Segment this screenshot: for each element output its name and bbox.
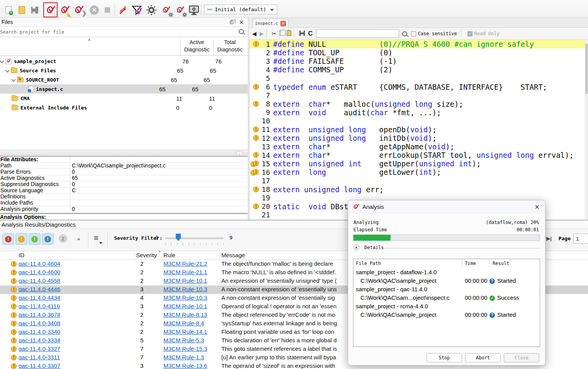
column-message[interactable]: Message	[221, 252, 337, 260]
results-menu-icon[interactable]: ≡	[94, 234, 99, 243]
attribute-value[interactable]: C	[70, 188, 248, 193]
code-line-15[interactable]: !!15extern unsigned int getUpper(unsigne…	[250, 159, 588, 168]
diagnostic-warning-icon[interactable]: !	[250, 151, 260, 159]
severity-error-toggle[interactable]: !	[2, 233, 14, 245]
attribute-value[interactable]	[70, 200, 248, 206]
diagnostic-id-link[interactable]: qac-11.4.0-3408	[19, 320, 134, 326]
incremental-analyze-icon[interactable]: ❯	[73, 3, 85, 17]
diagnostic-id-link[interactable]: qac-11.4.0-4446	[19, 286, 134, 292]
severity-slider-handle[interactable]	[176, 234, 181, 241]
diagnostic-id-link[interactable]: qac-11.4.0-4116	[19, 303, 134, 309]
rule-link[interactable]: M3CM Rule-21.2	[163, 260, 218, 267]
stop-button[interactable]: Stop	[427, 353, 462, 362]
float-panel-icon[interactable]	[228, 19, 235, 26]
column-id[interactable]: ID	[19, 252, 134, 260]
column-severity[interactable]: Severity	[136, 252, 157, 260]
code-line-8[interactable]: !8extern char* malloc(unsigned long size…	[250, 100, 588, 108]
diagnostic-id-link[interactable]: qac-11.4.0-4604	[19, 260, 134, 267]
severity-info-toggle[interactable]: !	[29, 233, 41, 245]
rule-link[interactable]: M3CM Rule-21.1	[163, 269, 218, 275]
severity-slider-track[interactable]	[165, 237, 223, 239]
diagnostic-id-link[interactable]: qac-11.4.0-3311	[19, 354, 134, 360]
read-only-checkbox[interactable]: ✓	[467, 31, 472, 36]
details-file-row[interactable]: C:\Work\QAC\sample_project00:00:00?Start…	[353, 311, 540, 319]
details-group-row[interactable]: sample_project - rcma-4.4.0	[353, 302, 540, 311]
details-group-row[interactable]: sample_project - dataflow-1.4.0	[353, 268, 540, 277]
clean-analyze-icon[interactable]	[59, 3, 71, 17]
code-area[interactable]: !1#define NULL (0)//PRQA S 4600 #can ign…	[249, 40, 588, 220]
find-input[interactable]	[316, 29, 399, 38]
diagnostic-warning-icon[interactable]: !	[250, 125, 260, 134]
code-line-10[interactable]: 10	[250, 117, 588, 125]
more-filters-icon[interactable]: »	[77, 236, 80, 242]
attribute-value[interactable]: C:\Work\QAC\sample_project\inspect.c	[70, 163, 248, 169]
code-line-3[interactable]: 3#define FAILSAFE (-1)	[250, 57, 588, 65]
code-line-7[interactable]: 7	[250, 91, 588, 100]
column-rule[interactable]: Rule	[163, 252, 219, 260]
code-line-2[interactable]: 2#define TOOL_UP (0)	[250, 48, 588, 57]
code-line-17[interactable]: 17	[250, 177, 588, 185]
rule-link[interactable]: M3CM Rule-5.3	[163, 337, 218, 343]
collapse-section-icon[interactable]: ⌄	[236, 151, 243, 156]
save-file-icon[interactable]	[299, 31, 305, 37]
rule-link[interactable]: M3CM Rule-10.3	[163, 286, 218, 292]
diagnostic-warning-icon[interactable]: !	[250, 185, 260, 194]
find-search-icon[interactable]	[402, 31, 407, 36]
filter-icon[interactable]	[131, 3, 143, 17]
open-icon[interactable]	[15, 3, 28, 17]
rule-link[interactable]: M3CM Rule-10.3	[163, 294, 218, 301]
code-line-6[interactable]: !6typedef enum eSTART {COMMS, DATABASE, …	[250, 82, 588, 91]
code-line-14[interactable]: !14extern char* errLookup(START tool, un…	[250, 151, 588, 159]
analysis-gear-icon[interactable]	[160, 3, 172, 17]
abort-button[interactable]: Abort	[465, 353, 501, 362]
diagnostic-id-link[interactable]: qac-11.4.0-4558	[19, 277, 134, 284]
last-page-icon[interactable]: ▶|	[546, 236, 552, 241]
diagnostic-warning-icon[interactable]: !	[250, 100, 260, 108]
close-panel-icon[interactable]: ✕	[238, 19, 245, 26]
attribute-value[interactable]: 0	[70, 181, 248, 187]
diagnostic-id-link[interactable]: qac-11.4.0-3678	[19, 311, 134, 318]
dialog-close-icon[interactable]: ✕	[535, 203, 540, 211]
code-line-4[interactable]: 4#define COMMS_UP (2)	[250, 65, 588, 74]
paste-icon[interactable]	[287, 31, 291, 37]
analysis-profile-dropdown[interactable]: 🔧︎ Initial (default)	[204, 5, 277, 14]
diagnostic-warning-icon[interactable]: !!	[250, 168, 260, 176]
expander-icon[interactable]	[0, 59, 4, 63]
details-file-row[interactable]: C:\Work\QAC\sam...oject\inspect.c00:00:0…	[353, 294, 540, 302]
code-line-18[interactable]: !18extern unsigned long err;	[250, 185, 588, 194]
tree-item-source-files[interactable]: Source Files6565	[0, 66, 248, 75]
rule-link[interactable]: M3CM Rule-10.1	[163, 277, 218, 284]
tree-item-source-root[interactable]: SOURCE_ROOT6565	[0, 75, 248, 84]
attribute-value[interactable]: 65	[70, 175, 248, 181]
diagnostic-id-link[interactable]: qac-11.4.0-3307	[19, 362, 134, 369]
diagnostic-id-link[interactable]: qac-11.4.0-3327	[19, 345, 134, 352]
code-line-11[interactable]: !11extern unsigned long openDb(void);	[250, 125, 588, 134]
expander-icon[interactable]	[12, 78, 15, 82]
diagnostic-id-link[interactable]: qac-11.4.0-4600	[19, 269, 134, 275]
details-group-row[interactable]: sample_project - qac-11.4.0	[353, 285, 540, 294]
diagnostic-warning-icon[interactable]: !	[250, 40, 260, 48]
cut-icon[interactable]: ✂	[272, 31, 277, 37]
diagnostic-warning-icon[interactable]: !	[250, 202, 260, 211]
code-line-12[interactable]: !12extern unsigned long initDb(void);	[250, 134, 588, 142]
case-sensitive-checkbox[interactable]	[411, 31, 416, 36]
tree-item-sample-project[interactable]: sample_project7676	[0, 56, 248, 66]
analysis-config-icon[interactable]	[174, 3, 186, 17]
tree-item-cma[interactable]: CMA1111	[0, 94, 248, 103]
settings-gear-icon[interactable]	[145, 3, 158, 17]
dialog-titlebar[interactable]: Analysis	[348, 200, 545, 213]
rule-link[interactable]: M3CM Rule-13.6	[163, 362, 218, 369]
diagnostic-warning-icon[interactable]: !	[250, 83, 260, 91]
attribute-value[interactable]: 0	[70, 169, 248, 175]
tab-inspect-c[interactable]: inspect.c ✕	[252, 19, 289, 28]
rule-link[interactable]: M3CM Rule-14.1	[163, 328, 218, 335]
search-icon[interactable]	[239, 29, 244, 34]
code-line-16[interactable]: !!16extern long getLower(int);	[250, 168, 588, 176]
remote-monitor-icon[interactable]	[188, 3, 200, 17]
column-active-diagnostics[interactable]: Active Diagnostic	[180, 39, 213, 57]
navigate-back-icon[interactable]: ◀	[252, 31, 257, 37]
tree-item-inspect-c[interactable]: inspect.c6565	[0, 84, 248, 94]
tree-item-external-include-files[interactable]: External Include Files00	[0, 103, 248, 112]
code-line-5[interactable]: 5	[250, 74, 588, 82]
code-line-1[interactable]: !1#define NULL (0)//PRQA S 4600 #can ign…	[250, 40, 588, 48]
